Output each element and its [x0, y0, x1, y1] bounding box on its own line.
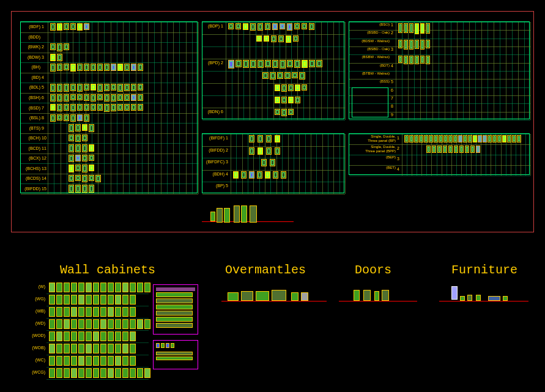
panel-a-row-label: (BIFDD) — [21, 187, 40, 191]
magenta-box-2 — [153, 340, 198, 369]
wall-row-label: (WOB) — [29, 346, 45, 350]
furniture-group — [442, 283, 527, 306]
title-furniture: Furniture — [451, 263, 517, 277]
wall-row-label: (WOD) — [29, 333, 45, 338]
panel-e: Single, Double,Three panel (BP)1Single, … — [349, 133, 530, 175]
panel-a-row-label: (BSH) — [21, 95, 40, 100]
panel-a-row-label: (BCH) — [21, 136, 40, 140]
panel-a: (BDF)1(BDD)(BWK)2(BDW)3(BH)(BD)4(BDL)5(B… — [20, 21, 198, 193]
panel-a-row-label: (BDF) — [21, 24, 40, 29]
title-wall: Wall cabinets — [60, 263, 155, 277]
panel-a-row-label: (BCD) — [21, 146, 40, 150]
wall-row-label: (WG) — [29, 297, 45, 301]
panel-a-row-label: (BH) — [21, 65, 40, 69]
title-overmantles: Overmantles — [225, 263, 306, 277]
panel-a-row-label: (BCDS) — [21, 176, 40, 180]
panel-a-row-label: (BSD) — [21, 106, 40, 110]
wall-row-label: (W) — [29, 284, 45, 289]
wall-row-label: (WD) — [29, 321, 45, 325]
center-detail — [202, 203, 294, 227]
panel-a-row-label: (BCHS) — [21, 166, 40, 171]
panel-b: (BDP)1(BPD)2(BDN)6 — [202, 21, 344, 119]
wall-row-label: (WCG) — [29, 370, 45, 374]
panel-a-row-label: (BCX) — [21, 156, 40, 160]
panel-a-row-label: (BWK) — [21, 45, 40, 49]
overmantles-group — [225, 287, 323, 306]
panel-a-row-label: (BD) — [21, 75, 40, 80]
panel-a-row-label: (BDD) — [21, 35, 40, 39]
magenta-box-1 — [153, 284, 198, 335]
panel-a-row-label: (BTS) — [21, 126, 40, 130]
panel-d: (BSO)1(BSBD - Oak)2(BDSW - Walnut)(BSBD … — [349, 21, 530, 119]
panel-a-row-label: (BDL) — [21, 85, 40, 89]
panel-a-row-label: (BSL) — [21, 116, 40, 120]
doors-group — [341, 287, 415, 306]
panel-c: (BIFDF)1(BIFDD)2(BIFDFC)3(BDH)4(BP)5 — [202, 133, 344, 193]
wall-row-label: (WC) — [29, 358, 45, 362]
panel-a-row-label: (BDW) — [21, 55, 40, 59]
wall-row-label: (WB) — [29, 309, 45, 313]
title-doors: Doors — [355, 263, 391, 277]
